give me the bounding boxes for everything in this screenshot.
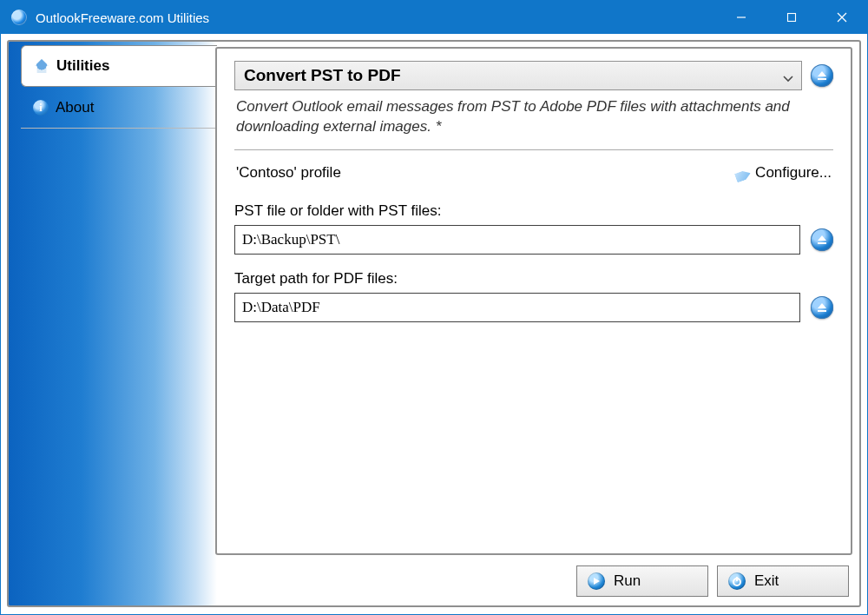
maximize-button[interactable] — [766, 1, 817, 34]
utility-description: Convert Outlook email messages from PST … — [234, 90, 833, 150]
exit-label: Exit — [754, 572, 779, 590]
sidebar-tabs: Utilities About — [21, 45, 217, 129]
utility-selector-row: Convert PST to PDF — [234, 61, 833, 90]
profile-row: 'Contoso' profile Configure... — [234, 150, 833, 187]
pst-path-input[interactable] — [234, 225, 800, 255]
chevron-down-icon — [782, 69, 794, 82]
pst-field: PST file or folder with PST files: — [234, 202, 833, 255]
svg-marker-4 — [818, 71, 826, 76]
info-icon — [33, 100, 49, 116]
target-label: Target path for PDF files: — [234, 270, 833, 288]
run-button[interactable]: Run — [576, 565, 708, 597]
profile-text: 'Contoso' profile — [236, 164, 734, 182]
svg-marker-8 — [818, 303, 826, 308]
app-window: OutlookFreeware.com Utilities Outlook Fr… — [0, 0, 868, 615]
tab-utilities-label: Utilities — [56, 57, 109, 75]
tab-about-label: About — [56, 99, 94, 116]
home-icon — [34, 58, 49, 74]
tab-utilities[interactable]: Utilities — [21, 45, 217, 87]
power-icon — [728, 572, 746, 590]
app-icon — [11, 10, 27, 25]
main-panel: Convert PST to PDF Convert Outlook email… — [215, 47, 852, 555]
utility-selector[interactable]: Convert PST to PDF — [234, 61, 802, 90]
workspace: Outlook Freeware .com Utilities About Co… — [7, 40, 861, 607]
footer-buttons: Run Exit — [576, 565, 849, 597]
close-icon — [837, 12, 847, 23]
exit-button[interactable]: Exit — [717, 565, 849, 597]
configure-label: Configure... — [755, 164, 832, 182]
tab-about[interactable]: About — [21, 87, 217, 129]
eject-icon — [817, 70, 827, 81]
svg-rect-7 — [818, 242, 826, 244]
pst-label: PST file or folder with PST files: — [234, 202, 833, 220]
run-label: Run — [614, 572, 641, 590]
titlebar: OutlookFreeware.com Utilities — [1, 1, 867, 34]
target-path-input[interactable] — [234, 293, 800, 322]
utility-selector-label: Convert PST to PDF — [244, 66, 401, 85]
play-icon — [588, 572, 605, 590]
eject-icon — [817, 235, 827, 245]
svg-rect-5 — [818, 78, 826, 80]
close-button[interactable] — [817, 1, 867, 34]
svg-marker-10 — [594, 578, 600, 585]
pst-browse-button[interactable] — [811, 228, 833, 251]
maximize-icon — [786, 12, 797, 23]
eject-icon — [817, 302, 827, 313]
configure-link[interactable]: Configure... — [734, 164, 832, 182]
utility-eject-button[interactable] — [811, 64, 833, 87]
window-title: OutlookFreeware.com Utilities — [36, 10, 209, 25]
client-area: Outlook Freeware .com Utilities About Co… — [1, 34, 867, 614]
target-field: Target path for PDF files: — [234, 270, 833, 322]
svg-rect-1 — [788, 14, 796, 22]
svg-rect-9 — [818, 310, 826, 312]
tag-icon — [733, 162, 753, 182]
minimize-icon — [736, 12, 746, 23]
target-browse-button[interactable] — [811, 296, 833, 319]
minimize-button[interactable] — [716, 1, 766, 34]
svg-marker-6 — [818, 235, 826, 241]
